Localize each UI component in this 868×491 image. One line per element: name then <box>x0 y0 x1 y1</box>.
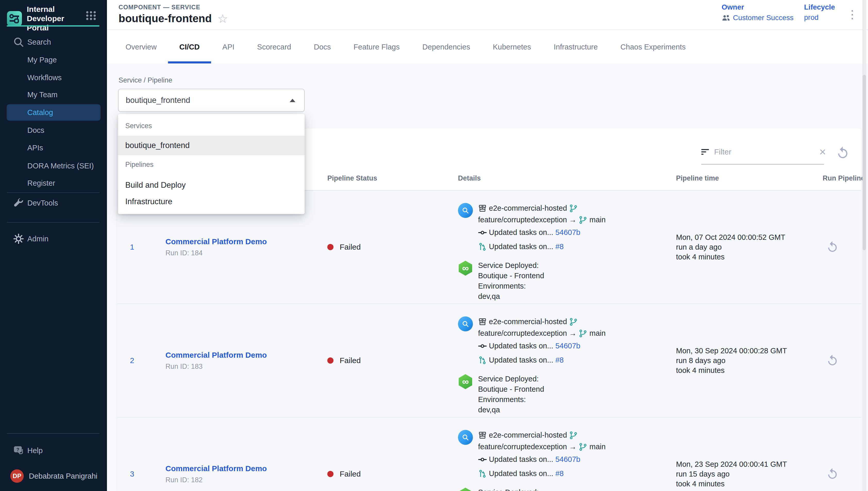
sidebar-item-my-team[interactable]: My Team <box>0 86 107 104</box>
environments-value: dev,qa <box>478 291 544 301</box>
pull-request-line: Updated tasks on... #8 <box>478 468 606 480</box>
more-options-icon[interactable]: ⋮ <box>846 7 859 23</box>
pr-number-link[interactable]: #8 <box>555 354 564 366</box>
tab-dependencies[interactable]: Dependencies <box>411 30 482 63</box>
sidebar-item-search[interactable]: Search <box>0 33 107 51</box>
dropdown-option-build-and-deploy[interactable]: Build and Deploy <box>118 180 305 190</box>
lifecycle-label: Lifecycle <box>804 3 835 11</box>
user-avatar[interactable]: DP <box>10 469 24 483</box>
commit-icon <box>478 228 487 237</box>
commit-hash-link[interactable]: 54607b <box>555 227 580 238</box>
filter-field[interactable]: × <box>701 140 824 165</box>
sidebar-item-help[interactable]: ? Help <box>0 442 107 459</box>
cd-stage-icon: ∞ <box>458 261 473 276</box>
sidebar-item-my-page[interactable]: My Page <box>0 51 107 68</box>
time-took: took 4 minutes <box>676 252 802 262</box>
rerun-pipeline-icon[interactable] <box>826 240 839 254</box>
pipeline-name-link[interactable]: Commercial Platform Demo <box>165 351 305 359</box>
branch-line: feature/corruptedexception → main <box>478 441 606 453</box>
environments-title: Environments: <box>478 394 544 405</box>
sidebar-item-workflows[interactable]: Workflows <box>0 69 107 86</box>
deploy-title: Service Deployed: <box>478 487 544 491</box>
cd-stage: ∞ Service Deployed: Boutique - Frontend … <box>458 487 652 491</box>
run-index: 3 <box>117 417 147 491</box>
repo-icon <box>478 204 487 213</box>
rerun-pipeline-icon[interactable] <box>826 354 839 367</box>
status-label: Failed <box>340 470 361 479</box>
pr-number-link[interactable]: #8 <box>555 241 564 253</box>
service-pipeline-dropdown: Services boutique_frontend Pipelines Bui… <box>118 114 305 214</box>
user-name[interactable]: Debabrata Panigrahi <box>29 470 97 482</box>
commit-icon <box>478 342 487 350</box>
time-date: Mon, 07 Oct 2024 00:00:52 GMT <box>676 232 802 242</box>
pull-request-icon <box>478 469 487 478</box>
tab-api[interactable]: API <box>211 30 246 63</box>
pull-request-icon <box>478 356 487 365</box>
wrench-icon <box>13 197 24 209</box>
dropdown-option-infrastructure[interactable]: Infrastructure <box>118 197 305 207</box>
tab-infrastructure[interactable]: Infrastructure <box>542 30 609 63</box>
tab-scorecard[interactable]: Scorecard <box>246 30 303 63</box>
sidebar-item-apis[interactable]: APIs <box>0 139 107 156</box>
dropdown-option-boutique-frontend[interactable]: boutique_frontend <box>118 136 305 155</box>
page-title: boutique-frontend <box>119 12 212 25</box>
app-logo-icon <box>7 11 22 26</box>
tab-overview[interactable]: Overview <box>114 30 168 63</box>
sidebar-item-register[interactable]: Register <box>0 174 107 192</box>
service-pipeline-select[interactable]: boutique_frontend <box>118 89 305 112</box>
filter-input[interactable] <box>714 147 814 156</box>
owner-link[interactable]: Customer Success <box>722 13 794 22</box>
lifecycle-block: Lifecycle prod <box>804 3 835 22</box>
ci-stage-icon <box>458 430 473 445</box>
sidebar-item-docs[interactable]: Docs <box>0 121 107 139</box>
git-branch-icon <box>579 215 587 224</box>
ci-stage: e2e-commercial-hosted feature/corruptede… <box>458 316 652 366</box>
arrow-right-icon: → <box>569 327 577 339</box>
deploy-service: Boutique - Frontend <box>478 384 544 394</box>
time-ago: run a day ago <box>676 242 802 252</box>
svg-text:?: ? <box>17 447 19 452</box>
tab-cicd[interactable]: CI/CD <box>168 30 211 63</box>
time-date: Mon, 30 Sep 2024 00:00:28 GMT <box>676 346 802 356</box>
run-id: Run ID: 183 <box>165 363 305 371</box>
time-date: Mon, 23 Sep 2024 00:00:41 GMT <box>676 459 802 469</box>
scrollbar-thumb[interactable] <box>863 75 866 250</box>
commit-hash-link[interactable]: 54607b <box>555 454 580 465</box>
refresh-icon[interactable] <box>836 146 850 160</box>
ci-stage: e2e-commercial-hosted feature/corruptede… <box>458 429 652 480</box>
table-body: 1 Commercial Platform Demo Run ID: 184 F… <box>117 191 861 491</box>
tab-docs[interactable]: Docs <box>303 30 342 63</box>
pipeline-name-link[interactable]: Commercial Platform Demo <box>165 237 305 246</box>
app-switcher-icon[interactable] <box>85 9 97 21</box>
sidebar-accent-divider <box>7 25 99 27</box>
pr-number-link[interactable]: #8 <box>555 468 564 480</box>
service-pipeline-label: Service / Pipeline <box>119 76 173 84</box>
sidebar-item-admin[interactable]: Admin <box>0 230 107 248</box>
rerun-pipeline-icon[interactable] <box>826 467 839 481</box>
favorite-star-icon[interactable]: ☆ <box>218 12 228 25</box>
commit-hash-link[interactable]: 54607b <box>555 340 580 352</box>
run-id: Run ID: 184 <box>165 249 305 257</box>
gear-icon <box>13 233 24 244</box>
pull-request-line: Updated tasks on... #8 <box>478 354 606 366</box>
pipeline-name-link[interactable]: Commercial Platform Demo <box>165 464 305 473</box>
select-value: boutique_frontend <box>126 96 290 105</box>
vertical-scrollbar[interactable] <box>862 0 866 491</box>
status-label: Failed <box>340 243 361 252</box>
clear-filter-icon[interactable]: × <box>818 147 828 157</box>
failed-status-dot <box>327 471 334 477</box>
sidebar-divider <box>7 433 99 434</box>
time-ago: run 15 days ago <box>676 469 802 479</box>
sidebar-item-label: Search <box>27 38 51 46</box>
deploy-title: Service Deployed: <box>478 374 544 384</box>
sidebar-item-catalog[interactable]: Catalog <box>7 104 100 121</box>
git-branch-icon <box>569 204 578 213</box>
tab-feature-flags[interactable]: Feature Flags <box>342 30 411 63</box>
cicd-content: Service / Pipeline boutique_frontend × P… <box>107 63 868 491</box>
tab-chaos-experiments[interactable]: Chaos Experiments <box>609 30 697 63</box>
sidebar-item-dora-metrics[interactable]: DORA Metrics (SEI) <box>0 157 107 175</box>
sidebar-item-devtools[interactable]: DevTools <box>0 194 107 212</box>
status-label: Failed <box>340 356 361 365</box>
commit-line: Updated tasks on... 54607b <box>478 340 606 352</box>
tab-kubernetes[interactable]: Kubernetes <box>482 30 542 63</box>
